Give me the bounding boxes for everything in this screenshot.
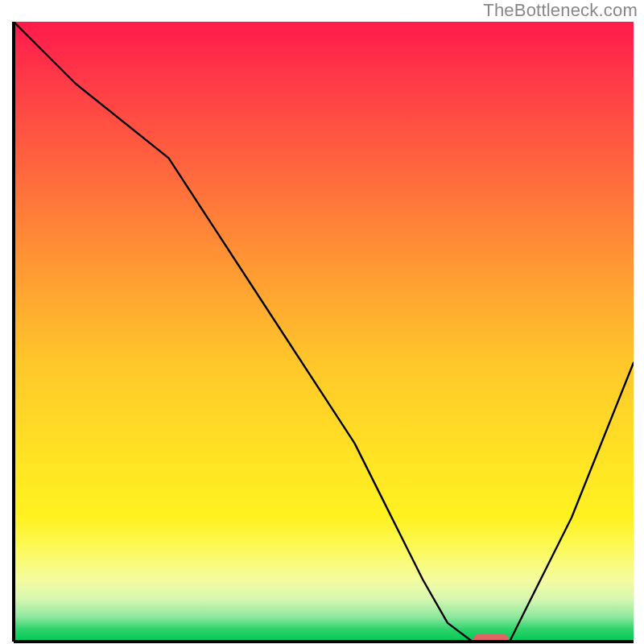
chart-container: TheBottleneck.com bbox=[0, 0, 644, 644]
axes bbox=[0, 0, 644, 644]
